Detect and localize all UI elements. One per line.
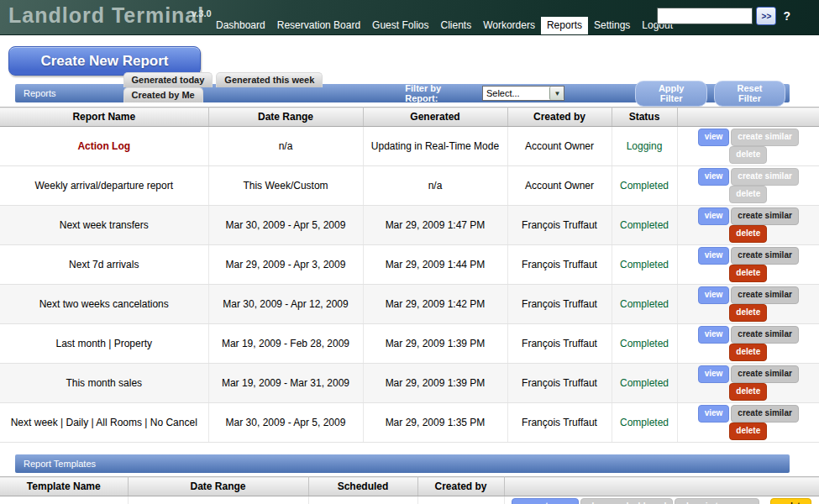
create-similar-button[interactable]: create similar	[731, 247, 799, 265]
create-similar-button[interactable]: create similar	[731, 326, 799, 344]
create-similar-button[interactable]: create similar	[731, 405, 799, 423]
reset-filter-button[interactable]: Reset Filter	[714, 81, 785, 107]
report-generated: Mar 29, 2009 1:42 PM	[363, 285, 507, 324]
report-name: Last month | Property	[0, 324, 208, 364]
report-row: Next week transfersMar 30, 2009 - Apr 5,…	[0, 206, 819, 245]
create-similar-button: create similar	[731, 129, 799, 146]
nav-dashboard[interactable]: Dashboard	[210, 17, 271, 34]
create-similar-button[interactable]: create similar	[731, 207, 799, 225]
reports-panel-title: Reports	[15, 88, 56, 98]
templates-table: Template NameDate RangeScheduledCreated …	[0, 476, 819, 504]
main-nav: DashboardReservation BoardGuest FoliosCl…	[210, 17, 679, 34]
report-filter-select[interactable]: Select... ▼	[482, 86, 564, 101]
search-submit-button[interactable]: >>	[756, 7, 776, 25]
nav-settings[interactable]: Settings	[588, 17, 636, 34]
reports-panel-bar: Reports Generated todayGenerated this we…	[15, 84, 790, 102]
nav-reports[interactable]: Reports	[541, 17, 588, 34]
reports-table: Report NameDate RangeGeneratedCreated by…	[0, 107, 819, 443]
report-status: Logging	[612, 127, 677, 166]
report-actions: viewcreate similardelete	[677, 285, 819, 324]
delete-button[interactable]: delete	[729, 304, 767, 322]
reports-col-header-report-name: Report Name	[0, 108, 208, 127]
app-version: v.3.0	[192, 8, 212, 18]
report-date-range: Mar 29, 2009 - Apr 3, 2009	[208, 245, 363, 285]
report-actions: viewcreate similardelete	[677, 166, 819, 206]
templates-col-header-scheduled: Scheduled	[308, 477, 417, 496]
view-button[interactable]: view	[698, 326, 730, 344]
view-button[interactable]: view	[698, 247, 730, 265]
app-logo: Landlord Terminal	[8, 3, 204, 28]
search-input[interactable]	[657, 8, 753, 24]
reports-col-header-status: Status	[612, 108, 677, 127]
view-button[interactable]: view	[698, 129, 730, 146]
report-created-by: François Truffaut	[507, 324, 612, 364]
report-status: Completed	[612, 285, 677, 324]
report-name: This month sales	[0, 364, 208, 403]
update-button[interactable]: update	[770, 498, 811, 504]
nav-workorders[interactable]: Workorders	[477, 17, 541, 34]
view-button[interactable]: view	[698, 286, 730, 304]
templates-panel-title: Report Templates	[15, 459, 96, 469]
delete-button[interactable]: delete	[729, 383, 767, 401]
view-button[interactable]: view	[698, 365, 730, 383]
help-icon[interactable]: ?	[783, 9, 790, 23]
report-created-by: François Truffaut	[507, 403, 612, 443]
show-in-top-menu-button: show in top menu	[675, 498, 759, 504]
create-new-report-button[interactable]: Create New Report	[8, 46, 201, 76]
report-name: Weekly arrival/departure report	[0, 166, 208, 206]
report-row: Last month | PropertyMar 19, 2009 - Feb …	[0, 324, 819, 364]
nav-guest-folios[interactable]: Guest Folios	[366, 17, 434, 34]
delete-button[interactable]: delete	[729, 423, 767, 440]
nav-clients[interactable]: Clients	[434, 17, 477, 34]
report-generated: Mar 29, 2009 1:39 PM	[363, 364, 507, 403]
report-date-range: Mar 19, 2009 - Feb 28, 2009	[208, 324, 363, 364]
templates-col-header-created-by: Created by	[417, 477, 504, 496]
template-created-by: François Truffaut	[417, 496, 504, 504]
view-button[interactable]: view	[698, 207, 730, 225]
report-created-by: François Truffaut	[507, 285, 612, 324]
delete-button[interactable]: delete	[729, 265, 767, 282]
template-actions: generate nowshow on dashboardshow in top…	[504, 496, 819, 504]
apply-filter-button[interactable]: Apply Filter	[635, 81, 707, 107]
report-created-by: François Truffaut	[507, 245, 612, 285]
chevron-down-icon: ▼	[549, 87, 564, 100]
quick-filter-created-by-me[interactable]: Created by Me	[123, 87, 203, 102]
report-name: Next two weeks cancelations	[0, 285, 208, 324]
report-date-range: Mar 19, 2009 - Mar 31, 2009	[208, 364, 363, 403]
report-date-range: Mar 30, 2009 - Apr 5, 2009	[208, 206, 363, 245]
report-actions: viewcreate similardelete	[677, 324, 819, 364]
report-generated: n/a	[363, 166, 507, 206]
delete-button[interactable]: delete	[729, 344, 767, 361]
report-status: Completed	[612, 206, 677, 245]
search-area: >> ?	[657, 7, 790, 25]
quick-filters: Generated todayGenerated this weekCreate…	[123, 72, 406, 102]
show-on-dashboard-button: show on dashboard	[580, 498, 673, 504]
report-status: Completed	[612, 166, 677, 206]
generate-now-button[interactable]: generate now	[512, 498, 579, 504]
nav-reservation-board[interactable]: Reservation Board	[271, 17, 366, 34]
template-date-range: Next week (the week starting next Monday…	[128, 496, 308, 504]
create-similar-button: create similar	[731, 168, 799, 186]
report-row: Next two weeks cancelationsMar 30, 2009 …	[0, 285, 819, 324]
report-name: Action Log	[0, 127, 208, 166]
quick-filter-generated-today[interactable]: Generated today	[123, 72, 213, 87]
view-button[interactable]: view	[698, 405, 730, 423]
report-filter-select-value: Select...	[483, 88, 549, 98]
report-row: Next 7d arrivalsMar 29, 2009 - Apr 3, 20…	[0, 245, 819, 285]
report-created-by: François Truffaut	[507, 364, 612, 403]
delete-button: delete	[729, 146, 767, 164]
app-header: Landlord Terminal v.3.0 DashboardReserva…	[0, 0, 819, 35]
template-row: Next week transfersNext week (the week s…	[0, 496, 819, 504]
report-status: Completed	[612, 324, 677, 364]
report-created-by: Account Owner	[507, 127, 612, 166]
report-generated: Mar 29, 2009 1:47 PM	[363, 206, 507, 245]
quick-filter-generated-this-week[interactable]: Generated this week	[216, 72, 323, 87]
create-similar-button[interactable]: create similar	[731, 365, 799, 383]
report-created-by: Account Owner	[507, 166, 612, 206]
view-button[interactable]: view	[698, 168, 730, 186]
reports-col-header-date-range: Date Range	[208, 108, 363, 127]
reports-col-header-actions	[677, 108, 819, 127]
delete-button[interactable]: delete	[729, 225, 767, 243]
report-row: Next week | Daily | All Rooms | No Cance…	[0, 403, 819, 443]
create-similar-button[interactable]: create similar	[731, 286, 799, 304]
